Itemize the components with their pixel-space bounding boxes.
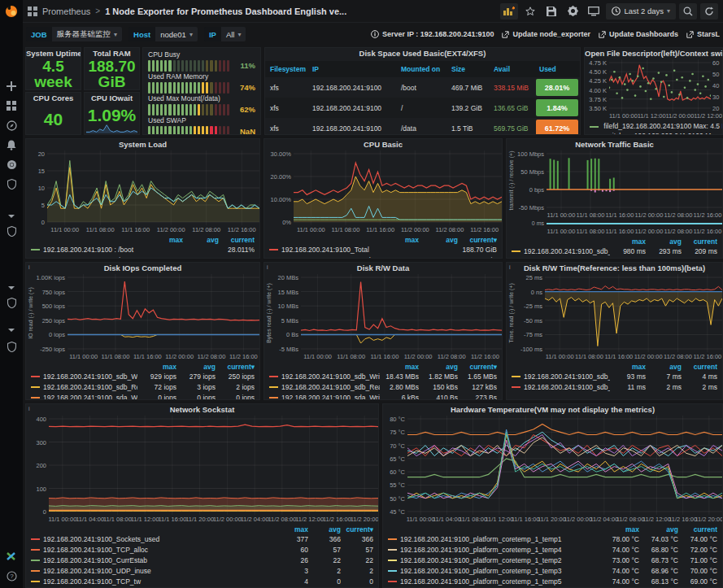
dashboard-title[interactable]: 1 Node Exporter for Prometheus Dashboard…	[105, 7, 346, 16]
chart-canvas[interactable]	[407, 416, 722, 515]
column-header[interactable]: Mounted on	[396, 65, 446, 73]
tv-mode-button[interactable]	[585, 3, 603, 20]
variable-job-value[interactable]: 服务器基础监控▾	[52, 27, 123, 41]
panel-title[interactable]: Disk Space Used Basic(EXT4/XFS)	[265, 48, 580, 59]
refresh-button[interactable]	[700, 3, 718, 20]
panel-title[interactable]: CPU Cores	[26, 93, 81, 104]
legend-sort-header[interactable]: max	[610, 363, 646, 371]
panel-title[interactable]: Disk IOps Completed	[26, 263, 259, 274]
zoom-out-button[interactable]	[679, 3, 697, 20]
legend-sort-header[interactable]: avg	[176, 363, 216, 371]
legend-sort-header[interactable]: max	[147, 236, 183, 244]
panel-info-icon[interactable]: i	[507, 264, 512, 271]
panel-title[interactable]: Hardware Temperature(VM may not display …	[383, 404, 722, 416]
legend-series-name[interactable]: 192.168.200.241:9100_Total	[281, 246, 380, 254]
variable-host-value[interactable]: node01▾	[155, 27, 198, 41]
save-button[interactable]	[542, 3, 560, 20]
server-admin-shield-icon[interactable]	[0, 174, 23, 194]
legend-series-name[interactable]: 192.168.200.241:9100_Sockets_used	[43, 535, 276, 543]
legend-series-name[interactable]: 192.168.200.241:9100_platform_coretemp_1…	[400, 535, 600, 543]
panel-info-icon[interactable]: i	[27, 405, 32, 412]
legend-series-name[interactable]: 192.168.200.241:9100_UDP_inuse	[43, 567, 276, 575]
legend-series-name[interactable]: 192.168.200.241:9100 : /	[43, 256, 147, 259]
add-panel-button[interactable]	[500, 3, 518, 20]
legend-series-name[interactable]: 192.168.200.241:9100_sda_Writes complete…	[43, 394, 137, 401]
panel-title[interactable]: CPU IOwait	[85, 93, 139, 104]
dashboards-icon[interactable]	[0, 96, 23, 115]
chart-canvas[interactable]	[545, 274, 722, 352]
legend-sort-header[interactable]: current▾	[458, 236, 497, 244]
legend-series-name[interactable]: 192.168.200.241:9100_CurrEstab	[43, 556, 276, 564]
legend-sort-header[interactable]: max	[610, 237, 646, 246]
panel-title[interactable]: CPU Basic	[264, 139, 502, 150]
legend-sort-header[interactable]: current▾	[216, 363, 255, 371]
panel-title[interactable]: Network Traffic Basic	[507, 139, 722, 150]
legend-sort-header[interactable]: current▾	[458, 363, 497, 371]
panel-title[interactable]: Open File Descriptor(left)/Context switc…	[585, 48, 722, 59]
legend-series-name[interactable]: 192.168.200.241:9100_sdb_Read bytes	[281, 383, 380, 391]
panel-title[interactable]: Network Sockstat	[26, 404, 378, 416]
chart-canvas[interactable]	[49, 416, 378, 515]
explore-icon[interactable]	[0, 115, 23, 135]
legend-series-name[interactable]: 192.168.200.241:9100_platform_coretemp_1…	[400, 577, 600, 586]
legend-sort-header[interactable]: max	[276, 525, 308, 534]
legend-sort-header[interactable]: current	[682, 363, 717, 371]
legend-sort-header[interactable]: max	[137, 363, 176, 371]
configuration-icon[interactable]	[0, 155, 23, 174]
variable-ip[interactable]: IP All▾	[204, 27, 246, 41]
column-header[interactable]: Size	[446, 65, 489, 73]
plugin-caret-icon[interactable]	[0, 286, 23, 290]
plugin-shield-icon[interactable]	[0, 298, 23, 308]
legend-series-name[interactable]: 192.168.200.241:9100_Used	[281, 256, 380, 259]
legend-series-name[interactable]: 192.168.200.241:9100_sda_Written bytes	[281, 394, 380, 401]
add-icon[interactable]	[0, 76, 23, 96]
legend-line[interactable]: filefd_192.168.200.241:9100 Max: 4.5 K C…	[590, 121, 717, 131]
column-header[interactable]: Filesystem	[265, 65, 307, 73]
variable-host[interactable]: Host node01▾	[128, 27, 198, 41]
legend-sort-header[interactable]: avg	[646, 237, 682, 246]
legend-sort-header[interactable]: avg	[419, 236, 458, 244]
legend-series-name[interactable]: 192.168.200.241:9100_platform_coretemp_1…	[400, 546, 600, 554]
breadcrumb-app[interactable]: Prometheus	[42, 7, 90, 16]
time-range-picker[interactable]: Last 2 days ▾	[606, 3, 676, 20]
legend-sort-header[interactable]: current	[678, 525, 717, 534]
grafana-logo[interactable]	[0, 0, 23, 23]
update-dashboards-link[interactable]: Update Dashboards	[599, 30, 678, 38]
chart-canvas[interactable]	[547, 150, 722, 211]
legend-series-name[interactable]: 192.168.200.241:9100_sdb_Read time	[524, 372, 610, 381]
legend-sort-header[interactable]: max	[380, 236, 419, 244]
chart-canvas[interactable]	[47, 150, 259, 225]
legend-sort-header[interactable]: avg	[419, 363, 458, 371]
plugin-caret-icon[interactable]	[0, 215, 23, 218]
plugin-shield-icon[interactable]	[0, 342, 23, 352]
panel-title[interactable]: Disk R/W Data	[264, 263, 502, 274]
legend-series-name[interactable]: 192.168.200.241:9100_TCP_alloc	[43, 546, 276, 554]
legend-series-name[interactable]: 192.168.200.241:9100_sdb_Written bytes	[281, 372, 380, 381]
legend-sort-header[interactable]: current	[682, 237, 717, 246]
update-node-exporter-link[interactable]: Update node_exporter	[502, 30, 590, 38]
chart-canvas[interactable]	[609, 59, 711, 111]
legend-series-name[interactable]: 192.168.200.241:9100_platform_coretemp_1…	[400, 567, 600, 575]
legend-sort-header[interactable]: max	[380, 363, 419, 371]
panel-info-icon[interactable]: i	[27, 264, 32, 271]
chart-canvas[interactable]	[68, 274, 259, 352]
help-icon[interactable]: ?	[0, 571, 23, 581]
chart-canvas[interactable]	[301, 274, 502, 352]
plugin-x-icon[interactable]	[0, 551, 23, 561]
starsl-link[interactable]: StarsL	[686, 30, 720, 38]
panel-info-icon[interactable]: i	[265, 264, 270, 271]
chart-canvas[interactable]	[294, 150, 502, 225]
column-header[interactable]: Used	[534, 65, 580, 73]
legend-series-name[interactable]: 192.168.200.241:9100_sdb_Reads completed	[43, 383, 137, 391]
variable-ip-value[interactable]: All▾	[221, 27, 246, 41]
panel-title[interactable]: Disk R/W Time(Reference: less than 100ms…	[507, 263, 722, 274]
variable-job[interactable]: JOB 服务器基础监控▾	[26, 27, 122, 41]
column-header[interactable]: Avail	[489, 65, 534, 73]
panel-title[interactable]: System Load	[26, 139, 259, 150]
legend-sort-header[interactable]: max	[600, 525, 639, 534]
legend-sort-header[interactable]: avg	[183, 236, 219, 244]
star-button[interactable]	[521, 3, 539, 20]
legend-series-name[interactable]: 192.168.200.241:9100 : /boot	[43, 246, 147, 254]
legend-sort-header[interactable]: avg	[639, 525, 678, 534]
alerting-icon[interactable]	[0, 135, 23, 155]
